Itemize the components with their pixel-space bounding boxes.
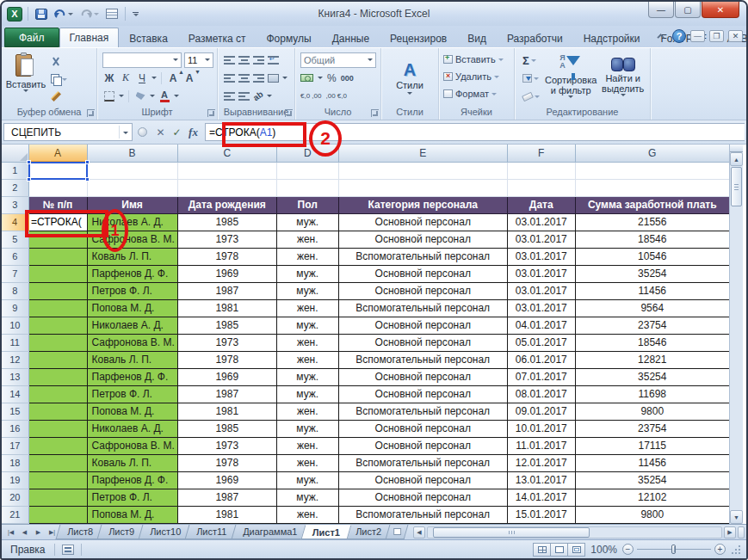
cell-G16[interactable]: 23754 xyxy=(575,420,729,437)
workbook-minimize-icon[interactable]: — xyxy=(690,30,705,42)
cell-C20[interactable]: 1987 xyxy=(177,489,276,506)
tab-split-handle[interactable] xyxy=(738,526,745,538)
cell-E10[interactable]: Основной персонал xyxy=(338,317,507,334)
cell-A6[interactable] xyxy=(28,248,87,265)
row-header-8[interactable]: 8 xyxy=(2,282,28,299)
cell-A7[interactable] xyxy=(28,265,87,282)
split-handle[interactable] xyxy=(730,145,743,152)
decrease-decimal-icon[interactable]: ,00 €,0 xyxy=(325,93,346,100)
row-header-1[interactable]: 1 xyxy=(2,162,28,179)
grow-font-button[interactable]: А▲ xyxy=(166,71,180,85)
next-sheet-icon[interactable]: ▶ xyxy=(32,526,45,538)
cell-B12[interactable]: Коваль Л. П. xyxy=(87,351,177,368)
autosum-button[interactable]: Σ xyxy=(520,52,542,68)
cell-D17[interactable]: жен. xyxy=(276,437,338,454)
cell-C12[interactable]: 1978 xyxy=(177,351,276,368)
insert-cells-button[interactable]: Вставить xyxy=(441,51,512,68)
column-header-F[interactable]: F xyxy=(507,145,575,162)
sheet-tab-Лист1[interactable]: Лист1 xyxy=(300,525,351,539)
sort-filter-button[interactable]: ЯА Сортировка и фильтр xyxy=(544,51,597,106)
cell-D1[interactable] xyxy=(276,162,338,179)
cell-A16[interactable] xyxy=(28,420,87,437)
cell-B14[interactable]: Петров Ф. Л. xyxy=(87,385,177,403)
increase-decimal-icon[interactable]: €,0 ,00 xyxy=(300,93,321,100)
cut-button[interactable] xyxy=(48,54,70,70)
bold-button[interactable]: Ж xyxy=(102,71,116,85)
ribbon-tab-3[interactable]: Разметка ст xyxy=(178,28,257,47)
ribbon-tab-4[interactable]: Формулы xyxy=(257,28,322,47)
cell-F15[interactable]: 09.01.2017 xyxy=(507,403,575,420)
restore-button[interactable]: ▢ xyxy=(675,2,701,18)
merge-dropdown-icon[interactable] xyxy=(282,77,287,79)
cancel-entry-button[interactable]: ✕ xyxy=(152,124,169,141)
cell-G15[interactable]: 9800 xyxy=(575,403,729,420)
row-header-16[interactable]: 16 xyxy=(2,420,28,437)
cell-F19[interactable]: 13.01.2017 xyxy=(507,471,575,489)
cell-A18[interactable] xyxy=(28,454,87,471)
confirm-entry-button[interactable]: ✓ xyxy=(169,124,185,141)
cell-C19[interactable]: 1969 xyxy=(177,471,276,489)
cell-E3[interactable]: Категория персонала xyxy=(338,196,507,213)
cell-B9[interactable]: Попова М. Д. xyxy=(87,299,177,317)
cell-E20[interactable]: Основной персонал xyxy=(338,489,507,506)
cell-D14[interactable]: муж. xyxy=(276,385,338,403)
cell-F11[interactable]: 05.01.2017 xyxy=(507,334,575,351)
cell-G14[interactable]: 11698 xyxy=(575,385,729,403)
cell-F18[interactable]: 12.01.2017 xyxy=(507,454,575,471)
close-button[interactable]: ✕ xyxy=(702,2,739,18)
minimize-button[interactable]: — xyxy=(648,2,674,18)
insert-worksheet-tab[interactable] xyxy=(386,525,409,539)
delete-cells-button[interactable]: Удалить xyxy=(441,68,512,85)
hscroll-right-icon[interactable]: ▶ xyxy=(724,526,736,538)
cell-D18[interactable]: жен. xyxy=(276,454,338,471)
cell-E15[interactable]: Вспомогательный персонал xyxy=(338,403,507,420)
cell-E7[interactable]: Основной персонал xyxy=(338,265,507,282)
cell-C15[interactable]: 1981 xyxy=(177,403,276,420)
horizontal-scrollbar[interactable] xyxy=(427,526,722,538)
cell-F3[interactable]: Дата xyxy=(507,196,575,213)
row-header-15[interactable]: 15 xyxy=(2,403,28,420)
cell-E6[interactable]: Вспомогательный персонал xyxy=(338,248,507,265)
find-select-button[interactable]: Найти и выделить xyxy=(597,51,648,106)
cell-G20[interactable]: 12102 xyxy=(575,489,729,506)
row-header-20[interactable]: 20 xyxy=(2,489,28,506)
row-header-6[interactable]: 6 xyxy=(2,248,28,265)
zoom-level[interactable]: 100% xyxy=(590,544,617,556)
workbook-close-icon[interactable]: ✕ xyxy=(728,30,743,42)
cell-A5[interactable] xyxy=(28,231,87,248)
cell-G17[interactable]: 17115 xyxy=(575,437,729,454)
cell-A15[interactable] xyxy=(28,403,87,420)
cell-E4[interactable]: Основной персонал xyxy=(338,213,507,231)
cell-C10[interactable]: 1985 xyxy=(177,317,276,334)
help-icon[interactable]: ? xyxy=(672,29,686,43)
italic-button[interactable]: К xyxy=(119,71,133,85)
cell-B17[interactable]: Сафронова В. М. xyxy=(87,437,177,454)
align-center-icon[interactable] xyxy=(238,74,250,83)
cell-G21[interactable]: 9800 xyxy=(575,506,729,523)
ribbon-tab-7[interactable]: Вид xyxy=(457,28,497,47)
column-header-C[interactable]: C xyxy=(177,145,276,162)
undo-dropdown-icon[interactable] xyxy=(68,13,73,15)
cell-C9[interactable]: 1981 xyxy=(177,299,276,317)
column-header-D[interactable]: D xyxy=(276,145,338,162)
clear-button[interactable] xyxy=(520,89,542,104)
cell-D6[interactable]: жен. xyxy=(276,248,338,265)
cell-F12[interactable]: 06.01.2017 xyxy=(507,351,575,368)
font-color-button[interactable]: А xyxy=(158,89,171,103)
cell-A4[interactable]: =СТРОКА( xyxy=(28,213,87,231)
cell-A17[interactable] xyxy=(28,437,87,454)
format-cells-button[interactable]: Формат xyxy=(441,85,512,102)
cell-E13[interactable]: Основной персонал xyxy=(338,368,507,385)
ribbon-tab-2[interactable]: Вставка xyxy=(119,28,178,47)
cell-E18[interactable]: Вспомогательный персонал xyxy=(338,454,507,471)
sheet-tab-Диаграмма1[interactable]: Диаграмма1 xyxy=(231,525,308,539)
ribbon-tab-6[interactable]: Рецензиров xyxy=(380,28,457,47)
scroll-up-icon[interactable]: ▲ xyxy=(730,152,743,166)
fill-color-dropdown-icon[interactable] xyxy=(150,95,155,97)
cell-E11[interactable]: Основной персонал xyxy=(338,334,507,351)
borders-dropdown-icon[interactable] xyxy=(119,95,124,97)
name-box-dropdown-icon[interactable] xyxy=(123,132,128,134)
cell-B3[interactable]: Имя xyxy=(87,196,177,213)
cell-F4[interactable]: 03.01.2017 xyxy=(507,213,575,231)
cell-C8[interactable]: 1987 xyxy=(177,282,276,299)
